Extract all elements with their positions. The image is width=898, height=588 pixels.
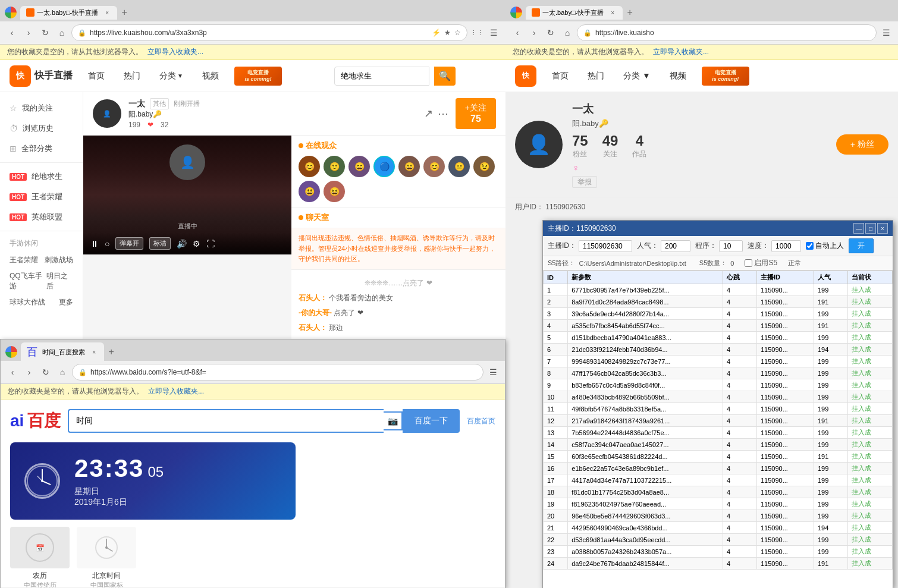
search-input[interactable] [334,67,429,86]
quality-label[interactable]: 标清 [149,237,171,250]
cell-popularity: 199 [814,284,847,296]
sidebar-sub-1[interactable]: 王者荣耀 刺激战场 [0,252,83,268]
extensions-btn[interactable]: ⋮⋮ [470,26,484,40]
table-row: 1 6771bc90957a47e7b439eb225f... 4 115090… [544,284,893,296]
baidu-widgets: 📅 农历 中国传统历 北京时间 [10,527,495,587]
table-row: 8 47ff17546cb042ca85dc36c3b3... 4 115090… [544,367,893,379]
sidebar-sub-2[interactable]: QQ飞车手游 明日之后 [0,268,83,294]
baidu-search-input[interactable] [68,409,384,433]
baidu-notification-link[interactable]: 立即导入收藏夹... [148,386,204,397]
bot-auto-label[interactable]: 自动上人 [806,241,844,251]
bot-popularity-input[interactable] [661,240,690,252]
more-btn[interactable]: ☰ [486,26,501,40]
bot-s5-path-label: S5路径： [548,259,575,268]
second-more-btn[interactable]: ☰ [879,26,893,40]
bullet-label[interactable]: 弹幕开 [115,237,143,250]
baidu-refresh-btn[interactable]: ↻ [39,365,53,379]
report-btn[interactable]: 举报 [572,176,597,188]
cell-popularity: 199 [814,439,847,451]
cell-param: d53c69d81aa44a3ca0d95eecdd... [568,534,723,546]
nav-video[interactable]: 视频 [199,68,222,84]
refresh-btn[interactable]: ↻ [38,26,52,40]
address-bar[interactable]: 🔒 https://live.kuaishou.com/u/3xa3xn3p ⚡… [71,24,467,41]
second-refresh-btn[interactable]: ↻ [544,26,558,40]
second-new-tab-btn[interactable]: + [623,5,637,20]
second-nav-category[interactable]: 分类 ▼ [620,68,654,84]
bot-streamer-id-input[interactable] [579,240,632,252]
baidu-address-bar[interactable]: 🔒 https://www.baidu.com/s?ie=utf-8&f= [72,364,483,381]
share-icon[interactable]: ↗ [424,107,433,120]
notification-link[interactable]: 立即导入收藏夹... [147,47,203,57]
seek-btn[interactable]: ○ [105,239,109,249]
baidu-home-link[interactable]: 百度首页 [467,416,495,426]
star-icon[interactable]: ☆ [454,29,461,37]
sidebar-all-categories[interactable]: ⊞ 全部分类 [0,139,83,159]
fullscreen-icon[interactable]: ⛶ [206,239,215,249]
bot-speed-input[interactable] [771,240,801,252]
table-row: 22 d53c69d81aa44a3ca0d95eecdd... 4 11509… [544,534,893,546]
second-tab-close-btn[interactable]: × [608,8,617,17]
sidebar-history[interactable]: ⏱ 浏览历史 [0,118,83,139]
nav-home[interactable]: 首页 [84,68,108,84]
time-display: 23:33 [74,454,144,483]
sidebar-hot-1[interactable]: HOT 绝地求生 [0,166,83,187]
back-btn[interactable]: ‹ [5,26,19,40]
more-action-icon[interactable]: ⋯ [438,107,448,120]
second-nav-home[interactable]: 首页 [548,68,572,84]
new-tab-btn[interactable]: + [117,5,131,20]
bot-start-btn[interactable]: 开 [849,238,874,253]
nav-category[interactable]: 分类 ▼ [156,68,187,84]
settings-icon[interactable]: ⚙ [193,239,200,249]
second-forward-btn[interactable]: › [527,26,541,40]
sidebar-hot-3[interactable]: HOT 英雄联盟 [0,207,83,227]
viewer-avatar-10: 😆 [324,181,345,202]
forward-btn[interactable]: › [21,26,36,40]
baidu-forward-btn[interactable]: › [22,365,36,379]
baidu-new-tab-btn[interactable]: + [104,345,118,359]
second-nav-hot[interactable]: 热门 [584,68,608,84]
baidu-back-btn[interactable]: ‹ [5,365,20,379]
viewer-avatar-4: 🔵 [373,156,395,177]
baidu-camera-icon[interactable]: 📷 [384,411,403,430]
cell-id: 2 [544,296,568,308]
bot-minimize-btn[interactable]: — [853,223,864,234]
baidu-more-btn[interactable]: ☰ [486,365,500,379]
second-home-btn[interactable]: ⌂ [560,26,574,40]
second-notification-link[interactable]: 立即导入收藏夹... [653,47,709,57]
cell-heartbeat: 4 [723,439,756,451]
stream-actions: ↗ ⋯ [424,107,448,120]
second-nav-video[interactable]: 视频 [666,68,690,84]
second-back-btn[interactable]: ‹ [510,26,525,40]
bookmark-icon[interactable]: ★ [444,29,451,37]
baidu-address-text: https://www.baidu.com/s?ie=utf-8&f= [90,368,477,376]
cell-id: 13 [544,427,568,439]
bot-enable-s5-label[interactable]: 启用S5 [745,258,777,268]
table-row: 19 f81962354024975ae760aeead... 4 115090… [544,498,893,510]
baidu-search-btn[interactable]: 百度一下 [403,409,460,433]
sidebar-my-follow[interactable]: ☆ 我的关注 [0,98,83,118]
tab-close-btn[interactable]: × [103,8,111,17]
cell-id: 11 [544,403,568,415]
baidu-tab-close-btn[interactable]: × [90,348,98,356]
second-tab-active[interactable]: 一太.baby□-快手直播 × [526,6,623,20]
main-tab-active[interactable]: 一太.baby□-快手直播 × [20,6,117,20]
sidebar-sub-3[interactable]: 球球大作战 更多 [0,294,83,310]
second-address-bar[interactable]: 🔒 https://live.kuaisho [577,24,877,41]
bot-maximize-btn[interactable]: □ [865,223,876,234]
bot-auto-checkbox[interactable] [806,242,814,250]
home-btn[interactable]: ⌂ [55,26,69,40]
profile-follow-btn[interactable]: + 粉丝 [836,134,888,155]
bot-interval-input[interactable] [719,240,743,252]
play-pause-btn[interactable]: ⏸ [90,239,99,249]
table-row: 12 217a9a91842643f187439a9261... 4 11509… [544,415,893,427]
bot-enable-s5-checkbox[interactable] [745,259,752,267]
follow-btn[interactable]: +关注 75 [456,98,496,129]
nav-hot[interactable]: 热门 [120,68,144,84]
cell-id: 3 [544,308,568,320]
sidebar-hot-2[interactable]: HOT 王者荣耀 [0,187,83,207]
search-btn[interactable]: 🔍 [434,67,456,86]
volume-icon[interactable]: 🔊 [177,239,187,249]
baidu-home-btn[interactable]: ⌂ [55,365,70,379]
bot-close-btn[interactable]: × [877,223,888,234]
baidu-tab-active[interactable]: 百 时间_百度搜索 × [21,342,104,361]
